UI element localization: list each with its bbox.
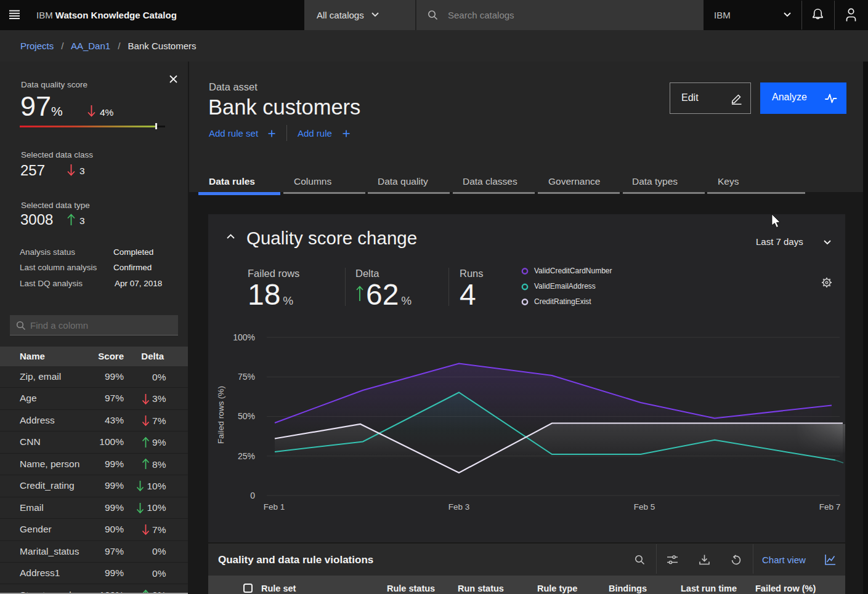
svg-text:Feb 1: Feb 1: [264, 502, 285, 512]
svg-text:0: 0: [250, 491, 255, 500]
svg-text:Failed rows (%): Failed rows (%): [216, 386, 225, 444]
svg-text:Feb 3: Feb 3: [448, 502, 470, 512]
svg-text:75%: 75%: [238, 372, 255, 382]
svg-text:100%: 100%: [233, 332, 255, 342]
svg-text:25%: 25%: [238, 451, 255, 461]
svg-text:50%: 50%: [238, 411, 255, 421]
svg-text:Feb 5: Feb 5: [634, 502, 655, 512]
svg-text:Feb 7: Feb 7: [819, 502, 841, 512]
